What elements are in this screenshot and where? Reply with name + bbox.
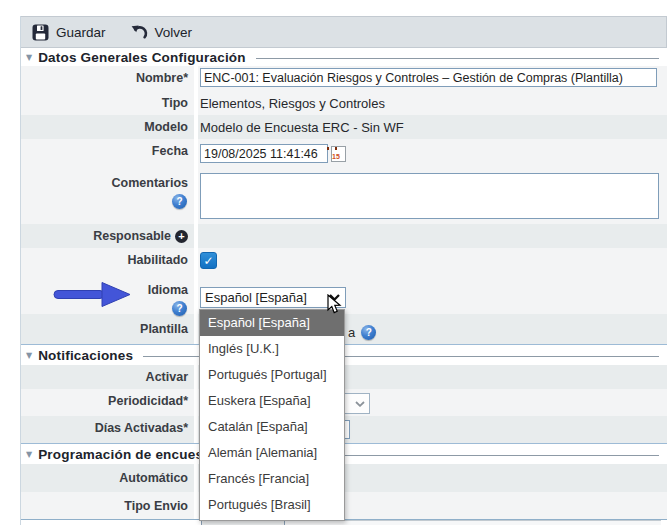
tipo-value: Elementos, Riesgos y Controles bbox=[200, 91, 667, 111]
collapse-triangle-icon[interactable]: ▼ bbox=[26, 53, 32, 62]
tipo-label: Tipo bbox=[21, 91, 194, 115]
dropdown-option[interactable]: Portugués [Portugal] bbox=[200, 362, 344, 388]
toolbar: Guardar Volver bbox=[21, 16, 667, 48]
row-comentarios: Comentarios ? bbox=[21, 171, 667, 224]
responsable-value-cell bbox=[194, 224, 667, 248]
activar-label: Activar bbox=[21, 365, 194, 389]
dropdown-option[interactable]: Español [España] bbox=[200, 310, 344, 336]
automatico-label: Automático bbox=[21, 464, 194, 492]
fecha-value-cell: 15 bbox=[194, 139, 667, 171]
idioma-dropdown-list: Español [España]Inglés [U.K.]Portugués [… bbox=[199, 309, 345, 521]
idioma-select[interactable]: Español [España] bbox=[200, 287, 346, 308]
dropdown-option[interactable]: Euskera [España] bbox=[200, 388, 344, 414]
annotation-arrow-icon bbox=[52, 281, 132, 308]
tipo-value-cell: Elementos, Riesgos y Controles bbox=[194, 91, 667, 115]
habilitado-label: Habilitado bbox=[21, 248, 194, 275]
collapse-triangle-icon[interactable]: ▼ bbox=[26, 351, 32, 360]
dropdown-option[interactable]: Inglés [U.K.] bbox=[200, 336, 344, 362]
save-button-label: Guardar bbox=[56, 25, 106, 40]
row-fecha: Fecha 15 bbox=[21, 139, 667, 171]
modelo-value: Modelo de Encuesta ERC - Sin WF bbox=[200, 115, 667, 135]
modelo-value-cell: Modelo de Encuesta ERC - Sin WF bbox=[194, 115, 667, 139]
plantilla-label: Plantilla bbox=[21, 314, 194, 344]
section-notifications-title: Notificaciones bbox=[38, 348, 133, 363]
periodicidad-label: Periodicidad* bbox=[21, 389, 194, 416]
fecha-input[interactable] bbox=[200, 144, 328, 163]
responsable-label-cell: Responsable + bbox=[21, 224, 194, 248]
section-scheduling-title: Programación de encuestas bbox=[38, 447, 223, 462]
responsable-label: Responsable bbox=[93, 229, 171, 244]
calendar-icon[interactable]: 15 bbox=[331, 146, 346, 162]
habilitado-value-cell: ✓ bbox=[194, 248, 667, 275]
comentarios-help-icon[interactable]: ? bbox=[172, 194, 187, 209]
idioma-selected-value: Español [España] bbox=[205, 290, 307, 305]
back-undo-icon bbox=[130, 24, 148, 41]
row-tipo: Tipo Elementos, Riesgos y Controles bbox=[21, 91, 667, 115]
dias-activadas-label: Días Activadas* bbox=[21, 416, 194, 443]
row-habilitado: Habilitado ✓ bbox=[21, 248, 667, 275]
save-floppy-icon bbox=[32, 24, 49, 41]
modelo-label: Modelo bbox=[21, 115, 194, 139]
plantilla-help-icon[interactable]: ? bbox=[361, 325, 376, 340]
save-button[interactable]: Guardar bbox=[32, 24, 106, 41]
dropdown-option[interactable]: Catalán [España] bbox=[200, 414, 344, 440]
chevron-down-icon bbox=[355, 401, 365, 407]
nombre-label: Nombre* bbox=[21, 66, 194, 91]
habilitado-checkbox[interactable]: ✓ bbox=[200, 252, 217, 269]
row-nombre: Nombre* bbox=[21, 66, 667, 91]
section-general-header: ▼ Datos Generales Configuración bbox=[21, 48, 667, 66]
section-rule bbox=[256, 58, 659, 59]
dropdown-option[interactable]: Alemán [Alemania] bbox=[200, 440, 344, 466]
nombre-value-cell bbox=[194, 66, 667, 91]
add-responsable-icon[interactable]: + bbox=[175, 230, 188, 243]
plantilla-partial-text: a bbox=[348, 325, 355, 340]
comentarios-textarea[interactable] bbox=[200, 173, 659, 219]
tipo-envio-label: Tipo Envio bbox=[21, 492, 194, 519]
comentarios-value-cell bbox=[194, 171, 667, 224]
back-button[interactable]: Volver bbox=[130, 24, 193, 41]
back-button-label: Volver bbox=[155, 25, 193, 40]
dropdown-option[interactable]: Portugués [Brasil] bbox=[200, 492, 344, 518]
section-general-title: Datos Generales Configuración bbox=[38, 50, 246, 65]
nombre-input[interactable] bbox=[200, 68, 657, 87]
fecha-label: Fecha bbox=[21, 139, 194, 171]
dropdown-option[interactable]: Francés [Francia] bbox=[200, 466, 344, 492]
mouse-cursor bbox=[327, 294, 342, 315]
idioma-label: Idioma bbox=[148, 280, 188, 298]
comentarios-label: Comentarios bbox=[112, 176, 188, 191]
comentarios-label-cell: Comentarios ? bbox=[21, 171, 194, 224]
collapse-triangle-icon[interactable]: ▼ bbox=[26, 450, 32, 459]
row-responsable: Responsable + bbox=[21, 224, 667, 248]
row-modelo: Modelo Modelo de Encuesta ERC - Sin WF bbox=[21, 115, 667, 139]
